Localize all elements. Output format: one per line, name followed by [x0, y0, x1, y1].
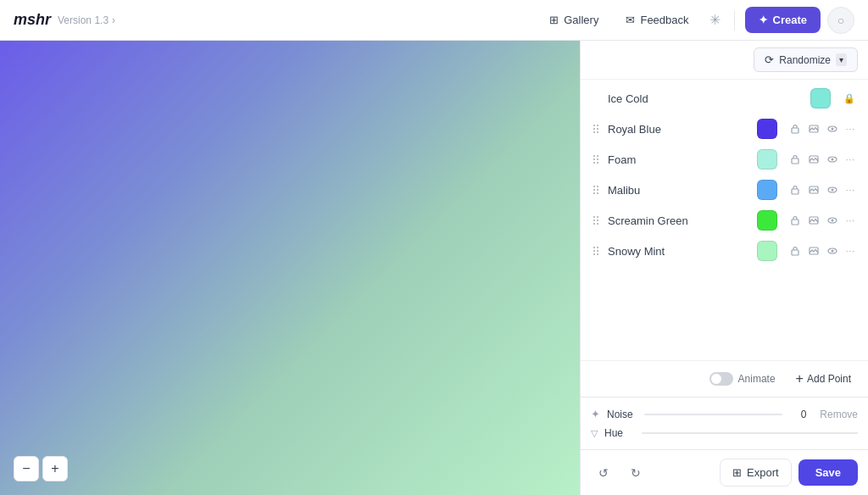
color-row[interactable]: Ice Cold🔒: [581, 83, 868, 114]
row-actions: ···: [787, 182, 858, 197]
color-name: Screamin Green: [608, 214, 750, 227]
color-name: Royal Blue: [608, 123, 750, 136]
svg-rect-0: [792, 128, 798, 133]
row-actions: ···: [787, 243, 858, 259]
more-icon[interactable]: ···: [843, 214, 858, 228]
svg-rect-12: [792, 220, 798, 225]
add-icon: +: [796, 371, 804, 387]
drag-handle[interactable]: [591, 155, 601, 164]
color-swatch[interactable]: [757, 210, 777, 231]
image-icon[interactable]: [806, 213, 821, 228]
right-panel: ⟳ Randomize ▾ Ice Cold🔒Royal Blue···Foam…: [580, 41, 868, 495]
logo: mshr: [14, 11, 51, 29]
eye-icon[interactable]: [825, 243, 840, 259]
color-swatch[interactable]: [757, 241, 777, 261]
animate-toggle: Animate: [709, 372, 776, 386]
drag-handle[interactable]: [591, 247, 601, 255]
noise-remove-button[interactable]: Remove: [820, 409, 858, 420]
color-row[interactable]: Malibu···: [581, 175, 868, 205]
feedback-button[interactable]: ✉ Feedback: [615, 8, 698, 31]
nav-divider: [734, 10, 735, 31]
eye-icon[interactable]: [825, 152, 840, 167]
drag-handle[interactable]: [591, 125, 601, 133]
asterisk-icon: ✳: [706, 12, 724, 28]
drag-handle[interactable]: [591, 186, 601, 194]
eye-icon[interactable]: [825, 121, 840, 136]
lock-icon[interactable]: 🔒: [841, 91, 858, 107]
toggle-knob: [711, 374, 721, 384]
color-name: Foam: [608, 153, 750, 166]
row-actions: ···: [787, 213, 858, 228]
more-icon[interactable]: ···: [843, 153, 858, 167]
svg-rect-8: [792, 189, 798, 194]
feedback-label: Feedback: [640, 14, 688, 26]
eye-icon[interactable]: [825, 182, 840, 197]
gradient-canvas: − +: [0, 41, 580, 495]
color-row[interactable]: Foam···: [581, 144, 868, 175]
avatar-button[interactable]: ○: [827, 7, 854, 34]
lock-icon[interactable]: [787, 152, 803, 167]
more-icon[interactable]: ···: [843, 122, 858, 136]
more-icon[interactable]: ···: [843, 244, 858, 259]
image-icon[interactable]: [806, 182, 821, 197]
svg-point-11: [831, 189, 833, 192]
randomize-button[interactable]: ⟳ Randomize ▾: [754, 47, 858, 72]
plus-icon: ✦: [759, 14, 768, 26]
svg-rect-4: [792, 159, 798, 164]
hue-slider[interactable]: [642, 432, 858, 434]
redo-button[interactable]: ↻: [623, 460, 648, 486]
svg-rect-16: [792, 250, 798, 255]
header: mshr Version 1.3 › ⊞ Gallery ✉ Feedback …: [0, 0, 868, 41]
zoom-out-button[interactable]: −: [14, 456, 39, 481]
color-swatch[interactable]: [757, 149, 777, 170]
feedback-icon: ✉: [626, 14, 635, 26]
lock-icon[interactable]: [787, 121, 803, 136]
redo-icon: ↻: [631, 466, 641, 480]
row-actions: ···: [787, 152, 858, 167]
color-swatch[interactable]: [757, 180, 777, 200]
color-list-footer: Animate + Add Point: [581, 360, 868, 397]
zoom-in-button[interactable]: +: [42, 456, 68, 481]
eye-icon[interactable]: [825, 213, 840, 228]
randomize-dropdown-icon[interactable]: ▾: [836, 53, 847, 66]
color-swatch[interactable]: [757, 119, 777, 139]
image-icon[interactable]: [806, 243, 821, 259]
lock-icon[interactable]: [787, 182, 803, 197]
more-icon[interactable]: ···: [843, 183, 858, 197]
hue-row: ▽ Hue: [591, 427, 858, 439]
lock-icon[interactable]: [787, 243, 803, 259]
noise-row: ✦ Noise 0 Remove: [591, 408, 858, 420]
version-chevron-icon: ›: [112, 14, 115, 26]
image-icon[interactable]: [806, 152, 821, 167]
svg-point-3: [831, 128, 833, 131]
export-icon: ⊞: [732, 466, 742, 479]
svg-point-7: [831, 159, 833, 161]
canvas-controls: − +: [14, 456, 68, 481]
image-icon[interactable]: [806, 121, 821, 136]
animate-switch[interactable]: [709, 372, 733, 386]
noise-slider[interactable]: [644, 414, 782, 415]
color-row[interactable]: Screamin Green···: [581, 205, 868, 236]
add-point-button[interactable]: + Add Point: [789, 368, 858, 390]
gallery-icon: ⊞: [549, 14, 559, 26]
user-icon: ○: [837, 14, 844, 27]
undo-button[interactable]: ↺: [591, 460, 616, 486]
save-button[interactable]: Save: [798, 459, 858, 486]
color-name: Ice Cold: [608, 92, 804, 105]
noise-icon: ✦: [591, 408, 600, 420]
export-label: Export: [747, 466, 779, 479]
main-content: − + ⟳ Randomize ▾ Ice Cold🔒Royal Blue···…: [0, 41, 868, 495]
color-row[interactable]: Royal Blue···: [581, 114, 868, 144]
color-swatch[interactable]: [810, 88, 831, 108]
lock-icon[interactable]: [787, 213, 803, 228]
effects-area: ✦ Noise 0 Remove ▽ Hue: [581, 397, 868, 449]
drag-handle[interactable]: [591, 216, 601, 225]
gallery-button[interactable]: ⊞ Gallery: [539, 8, 609, 31]
panel-footer: ↺ ↻ ⊞ Export Save: [581, 449, 868, 495]
color-name: Malibu: [608, 184, 750, 197]
undo-icon: ↺: [598, 466, 609, 480]
hue-triangle-icon: ▽: [591, 428, 598, 439]
create-button[interactable]: ✦ Create: [745, 7, 821, 33]
export-button[interactable]: ⊞ Export: [720, 459, 792, 487]
color-row[interactable]: Snowy Mint···: [581, 236, 868, 266]
